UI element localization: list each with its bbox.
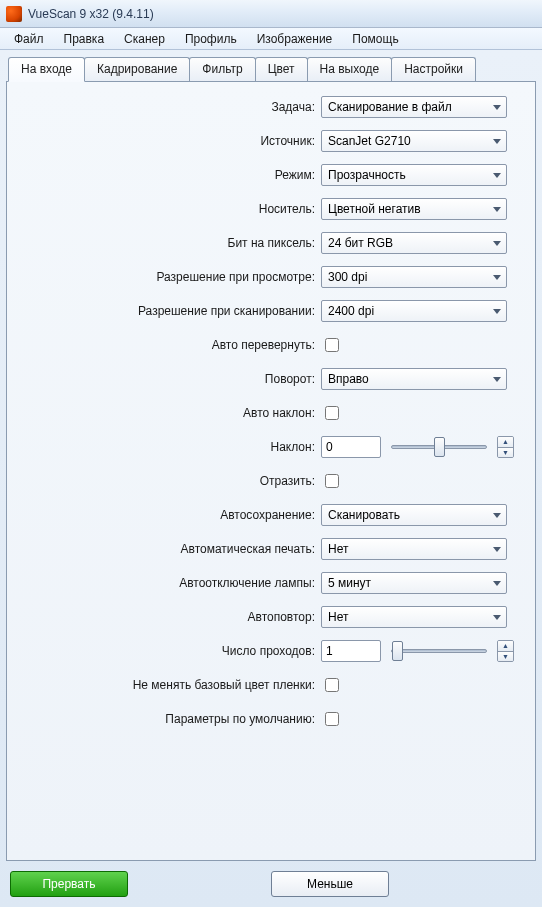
menu-scanner[interactable]: Сканер: [114, 30, 175, 48]
label-autosave: Автосохранение:: [19, 508, 315, 522]
bottombar: Прервать Меньше: [6, 861, 536, 901]
tab-output[interactable]: На выходе: [307, 57, 393, 82]
input-passes[interactable]: [321, 640, 381, 662]
combo-task[interactable]: Сканирование в файл: [321, 96, 507, 118]
combo-mode[interactable]: Прозрачность: [321, 164, 507, 186]
menu-help[interactable]: Помощь: [342, 30, 408, 48]
window-title: VueScan 9 x32 (9.4.11): [28, 7, 154, 21]
label-auto-skew: Авто наклон:: [19, 406, 315, 420]
combo-rotation[interactable]: Вправо: [321, 368, 507, 390]
combo-autosave[interactable]: Сканировать: [321, 504, 507, 526]
panel-input: Задача: Сканирование в файл Источник: Sc…: [6, 81, 536, 861]
combo-lamp-off[interactable]: 5 минут: [321, 572, 507, 594]
label-keep-base-color: Не менять базовый цвет пленки:: [19, 678, 315, 692]
label-source: Источник:: [19, 134, 315, 148]
check-auto-flip[interactable]: [325, 338, 339, 352]
combo-autoprint[interactable]: Нет: [321, 538, 507, 560]
label-scan-res: Разрешение при сканировании:: [19, 304, 315, 318]
input-skew[interactable]: [321, 436, 381, 458]
label-defaults: Параметры по умолчанию:: [19, 712, 315, 726]
tab-crop[interactable]: Кадрирование: [84, 57, 190, 82]
app-icon: [6, 6, 22, 22]
label-auto-flip: Авто перевернуть:: [19, 338, 315, 352]
combo-bpp[interactable]: 24 бит RGB: [321, 232, 507, 254]
menu-file[interactable]: Файл: [4, 30, 54, 48]
label-bpp: Бит на пиксель:: [19, 236, 315, 250]
combo-scan-res[interactable]: 2400 dpi: [321, 300, 507, 322]
triangle-up-icon[interactable]: ▲: [498, 641, 513, 652]
menu-image[interactable]: Изображение: [247, 30, 343, 48]
label-media: Носитель:: [19, 202, 315, 216]
titlebar: VueScan 9 x32 (9.4.11): [0, 0, 542, 28]
triangle-down-icon[interactable]: ▼: [498, 448, 513, 458]
label-mirror: Отразить:: [19, 474, 315, 488]
slider-skew[interactable]: [391, 445, 487, 449]
combo-preview-res[interactable]: 300 dpi: [321, 266, 507, 288]
combo-source[interactable]: ScanJet G2710: [321, 130, 507, 152]
combo-media[interactable]: Цветной негатив: [321, 198, 507, 220]
menubar: Файл Правка Сканер Профиль Изображение П…: [0, 28, 542, 50]
label-autoprint: Автоматическая печать:: [19, 542, 315, 556]
label-autorepeat: Автоповтор:: [19, 610, 315, 624]
check-mirror[interactable]: [325, 474, 339, 488]
tab-input[interactable]: На входе: [8, 57, 85, 82]
label-lamp-off: Автоотключение лампы:: [19, 576, 315, 590]
spinner-passes[interactable]: ▲ ▼: [497, 640, 514, 662]
label-preview-res: Разрешение при просмотре:: [19, 270, 315, 284]
tab-filter[interactable]: Фильтр: [189, 57, 255, 82]
tab-color[interactable]: Цвет: [255, 57, 308, 82]
tab-settings[interactable]: Настройки: [391, 57, 476, 82]
menu-profile[interactable]: Профиль: [175, 30, 247, 48]
label-skew: Наклон:: [19, 440, 315, 454]
triangle-up-icon[interactable]: ▲: [498, 437, 513, 448]
label-task: Задача:: [19, 100, 315, 114]
triangle-down-icon[interactable]: ▼: [498, 652, 513, 662]
check-keep-base-color[interactable]: [325, 678, 339, 692]
check-defaults[interactable]: [325, 712, 339, 726]
check-auto-skew[interactable]: [325, 406, 339, 420]
combo-autorepeat[interactable]: Нет: [321, 606, 507, 628]
workarea: На входе Кадрирование Фильтр Цвет На вых…: [0, 50, 542, 907]
menu-edit[interactable]: Правка: [54, 30, 115, 48]
label-mode: Режим:: [19, 168, 315, 182]
less-button[interactable]: Меньше: [271, 871, 389, 897]
tabstrip: На входе Кадрирование Фильтр Цвет На вых…: [8, 56, 536, 81]
label-rotation: Поворот:: [19, 372, 315, 386]
label-passes: Число проходов:: [19, 644, 315, 658]
abort-button[interactable]: Прервать: [10, 871, 128, 897]
slider-passes[interactable]: [391, 649, 487, 653]
spinner-skew[interactable]: ▲ ▼: [497, 436, 514, 458]
